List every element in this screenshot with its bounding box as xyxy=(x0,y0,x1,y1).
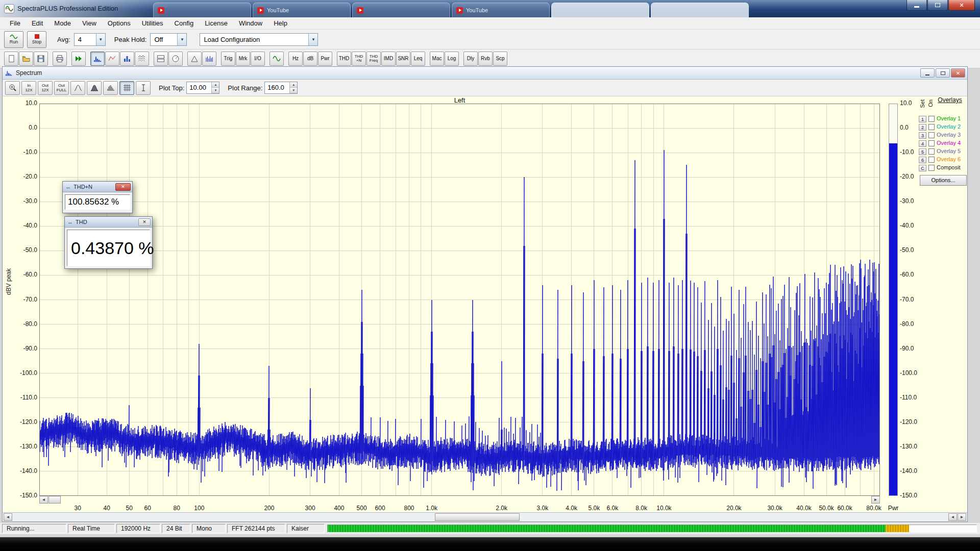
overlay-checkbox-4[interactable] xyxy=(928,140,935,146)
maximize-button[interactable] xyxy=(927,0,948,11)
comb-display-button[interactable] xyxy=(202,52,216,66)
menu-window[interactable]: Window xyxy=(233,18,268,29)
out-12x-button[interactable]: Out12X xyxy=(38,81,53,95)
leq-button[interactable]: Leq xyxy=(411,52,425,66)
overlay-checkbox-C[interactable] xyxy=(928,165,935,171)
spectrum-window-titlebar[interactable]: Spectrum ✕ xyxy=(3,67,967,80)
thd-n-window[interactable]: ↔ THD+N ✕ 100.85632 % xyxy=(62,181,133,213)
scroll-left-icon[interactable]: ◄ xyxy=(39,496,48,504)
os-taskbar[interactable] xyxy=(0,537,980,551)
dual-display-button[interactable] xyxy=(154,52,168,66)
mrk-button[interactable]: Mrk xyxy=(236,52,250,66)
spinner-up-button[interactable]: ▲ xyxy=(212,82,219,88)
phase-display-button[interactable] xyxy=(168,52,183,66)
peak-bars-button[interactable] xyxy=(103,81,118,95)
thd-button[interactable]: THD xyxy=(337,52,351,66)
overlay-checkbox-6[interactable] xyxy=(928,157,935,163)
dly-button[interactable]: Dly xyxy=(463,52,478,66)
scrollbar-thumb[interactable] xyxy=(48,496,61,504)
menu-mode[interactable]: Mode xyxy=(48,18,77,29)
scroll-right-icon[interactable]: ► xyxy=(871,496,880,504)
browser-tab-5[interactable] xyxy=(551,3,649,17)
menu-utilities[interactable]: Utilities xyxy=(136,18,169,29)
scrollbar-thumb[interactable] xyxy=(435,513,520,521)
overlays-options-button[interactable]: Options... xyxy=(920,175,967,186)
scp-button[interactable]: Scp xyxy=(493,52,507,66)
menu-file[interactable]: File xyxy=(4,18,26,29)
scroll-right-icon[interactable]: ► xyxy=(958,513,966,521)
peak-hold-dropdown[interactable]: Off ▼ xyxy=(150,33,187,46)
run-button[interactable]: Run xyxy=(4,31,23,48)
spinner-up-button[interactable]: ▲ xyxy=(290,82,297,88)
chevron-down-icon[interactable]: ▼ xyxy=(96,34,105,45)
menu-options[interactable]: Options xyxy=(102,18,136,29)
snr-button[interactable]: SNR xyxy=(396,52,410,66)
imd-button[interactable]: IMD xyxy=(381,52,396,66)
out-full-button[interactable]: OutFULL xyxy=(54,81,69,95)
print-button[interactable] xyxy=(53,52,67,66)
line-view-button[interactable] xyxy=(105,52,119,66)
spectrum-close-button[interactable]: ✕ xyxy=(951,68,965,78)
spectrum-view-button[interactable] xyxy=(90,52,105,66)
spinner-down-button[interactable]: ▼ xyxy=(212,88,219,93)
new-file-button[interactable] xyxy=(4,52,18,66)
overlay-set-button-5[interactable]: 5 xyxy=(919,148,926,155)
plot-range-spinner[interactable]: 160.0 ▲▼ xyxy=(264,82,298,94)
browser-tab-2[interactable]: YouTube xyxy=(253,3,351,17)
trig-button[interactable]: Trig xyxy=(221,52,235,66)
browser-tab-4[interactable]: YouTube xyxy=(452,3,550,17)
spectrum-minimize-button[interactable] xyxy=(920,68,935,78)
chevron-down-icon[interactable]: ▼ xyxy=(177,34,186,45)
menu-edit[interactable]: Edit xyxy=(26,18,48,29)
peak-curve-button[interactable] xyxy=(70,81,85,95)
i-beam-button[interactable] xyxy=(136,81,151,95)
thd-n-titlebar[interactable]: ↔ THD+N ✕ xyxy=(63,182,132,192)
spectrum-plot[interactable] xyxy=(39,104,880,496)
menu-view[interactable]: View xyxy=(77,18,102,29)
browser-tab-1[interactable] xyxy=(153,3,251,17)
open-folder-button[interactable] xyxy=(19,52,33,66)
spinner-down-button[interactable]: ▼ xyxy=(290,88,297,93)
overlay-checkbox-2[interactable] xyxy=(928,124,935,130)
hz-button[interactable]: Hz xyxy=(288,52,303,66)
sine-generator-button[interactable] xyxy=(270,52,284,66)
overlay-checkbox-5[interactable] xyxy=(928,148,935,155)
save-button[interactable] xyxy=(34,52,48,66)
pwr-button[interactable]: Pwr xyxy=(318,52,332,66)
thd-close-button[interactable]: ✕ xyxy=(138,218,151,226)
load-configuration-dropdown[interactable]: Load Configuration ▼ xyxy=(200,33,318,46)
menu-config[interactable]: Config xyxy=(169,18,200,29)
bars-view-button[interactable] xyxy=(120,52,134,66)
overlay-set-button-2[interactable]: 2 xyxy=(919,124,926,131)
thdn-button[interactable]: THD+N xyxy=(352,52,366,66)
peak-fill-button[interactable] xyxy=(87,81,102,95)
log-button[interactable]: Log xyxy=(445,52,459,66)
in-12x-button[interactable]: In12X xyxy=(21,81,36,95)
spectrum-maximize-button[interactable] xyxy=(936,68,950,78)
zoom-in-button[interactable] xyxy=(5,81,20,95)
plot-top-spinner[interactable]: 10.00 ▲▼ xyxy=(186,82,219,94)
menu-help[interactable]: Help xyxy=(268,18,293,29)
grid-button[interactable] xyxy=(119,81,134,95)
overlay-checkbox-3[interactable] xyxy=(928,132,935,138)
minimize-button[interactable] xyxy=(906,0,927,11)
thd-window[interactable]: ↔ THD ✕ 0.43870 % xyxy=(64,216,153,269)
io-button[interactable]: I/O xyxy=(251,52,265,66)
browser-tab-6[interactable] xyxy=(651,3,749,17)
scroll-left-icon[interactable]: ◄ xyxy=(948,513,957,521)
stop-button[interactable]: Stop xyxy=(27,31,46,48)
menu-license[interactable]: License xyxy=(199,18,233,29)
rvb-button[interactable]: Rvb xyxy=(478,52,493,66)
overlay-set-button-C[interactable]: C xyxy=(919,165,926,171)
overlay-set-button-1[interactable]: 1 xyxy=(919,116,926,122)
overlay-set-button-6[interactable]: 6 xyxy=(919,157,926,163)
mac-button[interactable]: Mac xyxy=(430,52,444,66)
avg-dropdown[interactable]: 4 ▼ xyxy=(74,33,106,46)
overlay-set-button-4[interactable]: 4 xyxy=(919,140,926,147)
peak-display-button[interactable] xyxy=(187,52,202,66)
window-horizontal-scrollbar[interactable]: ◄ ◄ ► xyxy=(3,512,967,521)
db-button[interactable]: dB xyxy=(303,52,317,66)
scroll-left-icon[interactable]: ◄ xyxy=(4,513,12,521)
chevron-down-icon[interactable]: ▼ xyxy=(308,34,317,45)
thd-n-close-button[interactable]: ✕ xyxy=(115,183,131,191)
